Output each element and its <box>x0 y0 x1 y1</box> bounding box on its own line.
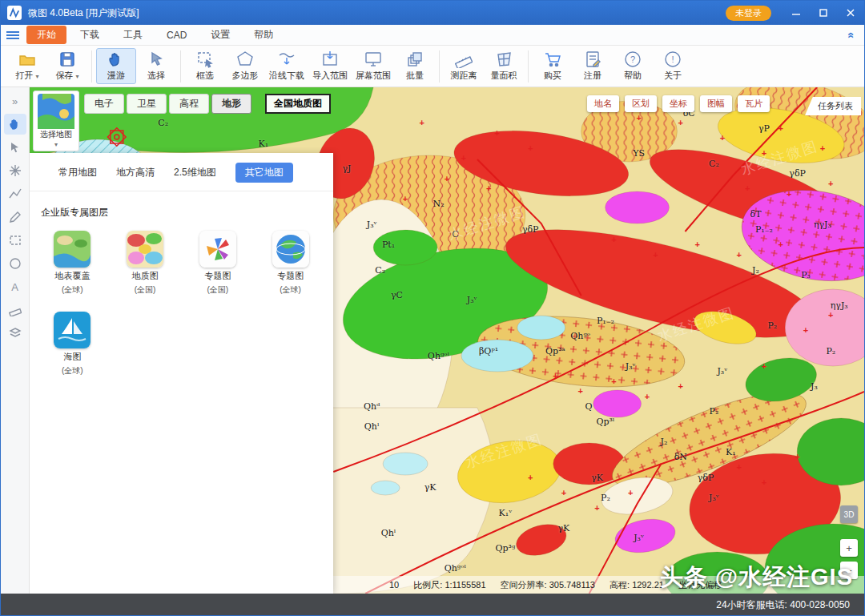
thematic-global-thumbnail-icon <box>272 231 309 268</box>
geo-unit-label: J₃ᵛ <box>367 219 377 229</box>
geo-unit-label: γC <box>391 290 403 300</box>
select-arrow-icon[interactable] <box>4 137 26 158</box>
save-button[interactable]: 保存 ▾ <box>47 48 87 84</box>
geo-unit-label: J₃ᵛ <box>634 533 644 543</box>
geo-unit-label: Qhˡ <box>364 421 380 432</box>
circle-select-icon[interactable] <box>4 253 26 274</box>
chevron-down-icon: ▾ <box>76 73 79 80</box>
layer-nautical-chart[interactable]: 海图 (全球) <box>36 312 109 376</box>
menu-item-download[interactable]: 下载 <box>70 26 110 44</box>
box-select-button[interactable]: 框选 <box>185 48 225 84</box>
app-footer: 24小时客服电话: 400-028-0050 <box>1 594 864 616</box>
collapse-ribbon-icon[interactable]: » <box>843 32 856 38</box>
map-canvas[interactable]: C₂K₁γJδCγPYSC₂γδPN₂J₃ᵛPt₁CγδPδTP₁₋₂ηγJ₃C… <box>30 87 864 594</box>
tab-terrain[interactable]: 地形 <box>211 94 251 114</box>
measure-distance-button[interactable]: 测距离 <box>444 48 484 84</box>
buy-button[interactable]: 购买 <box>533 48 573 84</box>
login-status-badge[interactable]: 未登录 <box>726 6 771 21</box>
granite-cross-symbol: + <box>611 235 616 244</box>
tab-25d-maps[interactable]: 2.5维地图 <box>174 166 216 179</box>
toggle-districts[interactable]: 区划 <box>625 95 657 112</box>
import-extent-button[interactable]: 导入范围 <box>308 48 352 84</box>
granite-cross-symbol: + <box>678 381 683 391</box>
granite-cross-symbol: + <box>678 118 683 127</box>
geo-unit-label: J₃ <box>811 380 818 391</box>
granite-cross-symbol: + <box>745 183 750 193</box>
basemap-tab-strip: 电子 卫星 高程 地形 <box>84 94 251 114</box>
geo-unit-label: γδP <box>522 223 539 234</box>
menu-item-start[interactable]: 开始 <box>26 26 66 44</box>
pan-hand-icon[interactable] <box>4 114 26 135</box>
expand-rail-icon[interactable]: » <box>4 91 26 111</box>
view-3d-button[interactable]: 3D <box>840 505 858 523</box>
granite-cross-symbol: + <box>403 194 408 203</box>
menu-item-cad[interactable]: CAD <box>156 27 197 43</box>
toggle-tiles[interactable]: 瓦片 <box>738 95 770 112</box>
toolbar-separator <box>528 50 529 83</box>
toggle-coordinates[interactable]: 坐标 <box>662 95 694 112</box>
geo-unit-label: δT <box>750 209 762 219</box>
measure-ruler-icon[interactable] <box>4 300 26 320</box>
geo-unit-label: K₁ <box>258 138 268 148</box>
rect-select-icon[interactable] <box>4 230 26 251</box>
text-label-icon[interactable]: A <box>4 276 26 297</box>
tab-local-hd[interactable]: 地方高清 <box>116 166 155 179</box>
current-layer-box[interactable]: 全国地质图 <box>265 94 331 114</box>
map-selector-button[interactable]: 选择地图 ▾ <box>33 91 79 151</box>
toggle-mapsheets[interactable]: 图幅 <box>700 95 732 112</box>
tab-common-maps[interactable]: 常用地图 <box>58 166 97 179</box>
menu-item-help[interactable]: 帮助 <box>243 26 284 44</box>
map-thumbnail-icon <box>38 94 74 129</box>
zoom-level-value: 10 <box>389 580 399 590</box>
geo-unit-label: Qhᵍᵒˡ <box>428 350 449 360</box>
granite-cross-symbol: + <box>820 143 825 153</box>
menu-item-tools[interactable]: 工具 <box>113 26 153 44</box>
layer-geology[interactable]: 地质图 (全国) <box>109 231 182 296</box>
snap-star-icon[interactable] <box>4 160 26 181</box>
batch-button[interactable]: 批量 <box>395 48 435 84</box>
hamburger-menu-icon[interactable] <box>1 30 25 40</box>
download-along-line-button[interactable]: 沿线下载 <box>265 48 308 84</box>
measure-area-button[interactable]: 量面积 <box>484 48 524 84</box>
tab-electronic[interactable]: 电子 <box>84 94 124 114</box>
pan-tool-button[interactable]: 漫游 <box>96 48 136 84</box>
granite-cross-symbol: + <box>694 240 699 249</box>
layer-thematic-global[interactable]: 专题图 (全球) <box>254 231 327 296</box>
layer-landcover[interactable]: 地表覆盖 (全球) <box>36 231 109 296</box>
task-list-button[interactable]: 任务列表 <box>805 97 861 115</box>
chevron-down-icon: ▾ <box>36 73 39 80</box>
minimize-button[interactable] <box>783 1 810 25</box>
select-tool-button[interactable]: 选择 <box>136 48 176 84</box>
polyline-icon[interactable] <box>4 183 26 204</box>
geo-unit-label: J₃ᵛ <box>467 295 477 305</box>
granite-cross-symbol: + <box>594 503 599 513</box>
edit-pencil-icon[interactable] <box>4 207 26 227</box>
service-phone: 24小时客服电话: 400-028-0050 <box>716 598 850 612</box>
nautical-chart-thumbnail-icon <box>54 312 91 348</box>
toggle-placenames[interactable]: 地名 <box>587 95 619 112</box>
maximize-button[interactable] <box>810 1 837 25</box>
toolbar-separator <box>91 50 92 83</box>
open-button[interactable]: 打开 ▾ <box>7 48 47 84</box>
granite-cross-symbol: + <box>494 128 499 138</box>
titlebar: 微图 4.0Beta [用户测试版] 未登录 <box>1 1 864 25</box>
granite-cross-symbol: + <box>645 392 650 401</box>
geo-unit-label: C₂ <box>375 264 385 275</box>
screen-extent-button[interactable]: 屏幕范围 <box>352 48 395 84</box>
tab-other-maps[interactable]: 其它地图 <box>235 163 293 183</box>
granite-cross-symbol: + <box>611 376 616 386</box>
register-button[interactable]: 注册 <box>573 48 613 84</box>
layers-icon[interactable] <box>4 323 26 344</box>
zoom-in-button[interactable]: + <box>840 539 858 557</box>
menu-item-settings[interactable]: 设置 <box>200 26 240 44</box>
layer-thematic-china[interactable]: 专题图 (全国) <box>182 231 255 296</box>
tab-satellite[interactable]: 卫星 <box>127 94 167 114</box>
about-button[interactable]: ! 关于 <box>653 48 693 84</box>
landcover-thumbnail-icon <box>54 231 91 268</box>
granite-cross-symbol: + <box>762 148 766 158</box>
polygon-select-button[interactable]: 多边形 <box>225 48 265 84</box>
close-button[interactable] <box>837 1 864 25</box>
help-button[interactable]: ? 帮助 <box>613 48 653 84</box>
tab-elevation[interactable]: 高程 <box>169 94 209 114</box>
geo-unit-label: C₂ <box>709 158 719 168</box>
